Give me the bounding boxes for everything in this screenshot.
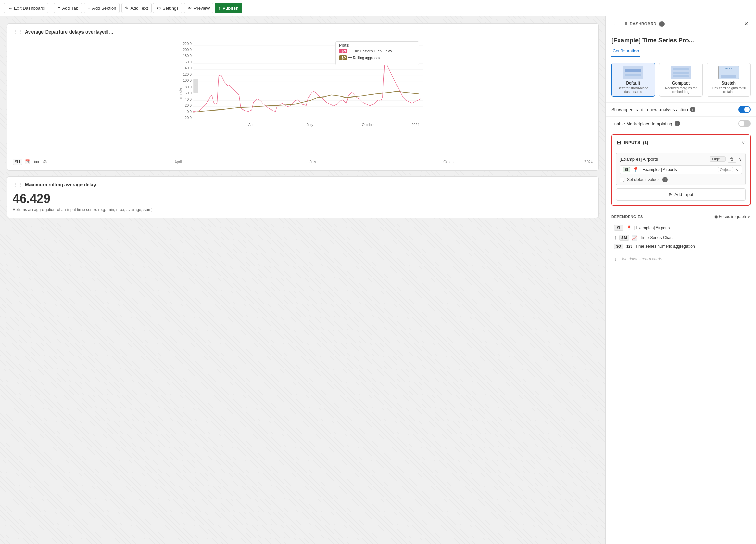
show-open-card-info[interactable]: i: [690, 107, 695, 112]
default-desc: Best for stand-alone dashboards: [614, 86, 652, 94]
layout-stretch[interactable]: FLEX Stretch Flex card heights to fill c…: [707, 63, 751, 97]
drag-handle-icon[interactable]: ⋮⋮: [13, 29, 22, 35]
location-icon: 📍: [633, 167, 639, 172]
chart-card-header: ⋮⋮ Average Departure delays overlayed ..…: [13, 29, 593, 35]
marketplace-row: Enable Marketplace templating i: [606, 116, 756, 130]
marketplace-info[interactable]: i: [675, 121, 680, 126]
arrow-left-icon: ←: [8, 5, 12, 11]
add-input-button[interactable]: ⊕ Add Input: [616, 188, 746, 201]
publish-button[interactable]: ↑ Publish: [215, 3, 242, 13]
back-nav-button[interactable]: ←: [611, 20, 621, 28]
delete-input-button[interactable]: 🗑: [728, 156, 736, 163]
svg-text:100.0: 100.0: [182, 78, 192, 82]
add-tab-button[interactable]: ≡ Add Tab: [54, 3, 82, 13]
exit-dashboard-button[interactable]: ← Exit Dashboard: [4, 3, 48, 13]
dep-icon-2: 123: [626, 244, 632, 248]
input-item-airports: [Examples] Airports Obje... 🗑 ∨ $I 📍 [Ex…: [616, 153, 746, 185]
set-default-info[interactable]: i: [662, 177, 668, 182]
add-section-button[interactable]: H Add Section: [84, 3, 120, 13]
inputs-title: ⊟ INPUTS (1): [617, 139, 648, 146]
svg-text:200.0: 200.0: [182, 48, 192, 52]
svg-text:‹: ‹: [195, 83, 197, 88]
svg-text:2024: 2024: [412, 122, 420, 127]
drag-handle-icon-2[interactable]: ⋮⋮: [13, 182, 22, 187]
dep-badge-0: $I: [614, 225, 623, 231]
set-default-row: Set default values i: [620, 177, 742, 182]
compact-desc: Reduced margins for embedding: [662, 86, 700, 94]
layout-compact[interactable]: Compact Reduced margins for embedding: [659, 63, 703, 97]
show-open-card-label: Show open card in new analysis action i: [611, 107, 695, 112]
calendar-icon: 📅: [25, 159, 30, 164]
gear-icon: ⚙: [157, 5, 161, 11]
svg-text:April: April: [248, 122, 255, 127]
footer-time: 📅 Time: [25, 159, 40, 164]
close-panel-button[interactable]: ✕: [742, 20, 751, 28]
svg-text:180.0: 180.0: [182, 54, 192, 58]
add-section-label: Add Section: [92, 5, 116, 11]
stretch-desc: Flex card heights to fill container: [710, 86, 747, 94]
x-axis-july: July: [310, 160, 316, 164]
inputs-section: ⊟ INPUTS (1) ∨ [Examples] Airports Obje.…: [611, 134, 751, 206]
svg-text:Plots: Plots: [339, 43, 349, 47]
inputs-collapse-button[interactable]: ∨: [742, 140, 745, 145]
layout-default[interactable]: Default Best for stand-alone dashboards: [611, 63, 655, 97]
marketplace-toggle-knob: [739, 121, 744, 126]
svg-text:20.0: 20.0: [185, 103, 192, 107]
sub-name: [Examples] Airports: [641, 167, 715, 172]
svg-text:July: July: [307, 122, 314, 127]
x-axis-april: April: [174, 160, 182, 164]
chart-footer: $H 📅 Time ⚙ April July October 2024: [13, 159, 593, 165]
monitor-icon: 🖥: [623, 22, 628, 26]
svg-text:$P: $P: [342, 56, 346, 60]
default-icon: [623, 66, 643, 79]
settings-button[interactable]: ⚙ Settings: [153, 3, 182, 13]
metric-value: 46.429: [13, 192, 593, 206]
add-text-button[interactable]: ✎ Add Text: [121, 3, 151, 13]
compact-icon: [671, 66, 691, 79]
svg-text:160.0: 160.0: [182, 60, 192, 64]
dep-name-1: Time Series Chart: [640, 235, 673, 240]
plus-circle-icon: ⊕: [668, 192, 672, 197]
metric-card: ⋮⋮ Maximum rolling average delay 46.429 …: [7, 176, 598, 218]
tab-configuration[interactable]: Configuration: [611, 46, 640, 57]
dep-badge-1: $M: [619, 235, 629, 241]
down-arrow-icon: ↓: [614, 256, 617, 262]
eye-icon: 👁: [188, 5, 192, 11]
dep-item-2: $Q 123 Time series numeric aggregation: [611, 242, 751, 251]
sub-expand-icon: ∨: [736, 167, 739, 172]
preview-button[interactable]: 👁 Preview: [184, 3, 213, 13]
exit-label: Exit Dashboard: [14, 5, 45, 11]
stretch-icon: FLEX: [718, 66, 739, 79]
right-panel: ← 🖥 DASHBOARD i ✕ [Example] Time Series …: [605, 16, 756, 544]
marketplace-toggle[interactable]: [738, 120, 751, 127]
show-open-card-toggle[interactable]: [738, 106, 751, 113]
svg-text:0.0: 0.0: [187, 109, 192, 114]
input-item-name: [Examples] Airports: [620, 157, 658, 162]
tab-row: Configuration: [606, 46, 756, 57]
svg-text:80.0: 80.0: [185, 85, 192, 89]
focus-graph-button[interactable]: ◉ Focus in graph ∨: [714, 214, 751, 219]
set-default-checkbox[interactable]: [620, 178, 624, 182]
inputs-body: [Examples] Airports Obje... 🗑 ∨ $I 📍 [Ex…: [612, 150, 750, 205]
svg-text:-20.0: -20.0: [184, 116, 192, 120]
left-panel: ⋮⋮ Average Departure delays overlayed ..…: [0, 16, 605, 544]
inputs-header: ⊟ INPUTS (1) ∨: [612, 135, 750, 150]
dep-arrow-up: ↑: [614, 235, 617, 241]
deps-title: DEPENDENCIES: [611, 215, 643, 219]
input-item-actions: Obje... 🗑 ∨: [710, 156, 742, 163]
dep-badge-2: $Q: [614, 244, 623, 249]
input-expand-button[interactable]: ∨: [739, 156, 742, 162]
publish-label: Publish: [223, 5, 239, 11]
toggle-knob: [744, 107, 750, 112]
add-tab-label: Add Tab: [62, 5, 78, 11]
svg-text:120.0: 120.0: [182, 72, 192, 76]
preview-label: Preview: [194, 5, 210, 11]
rp-header-left: ← 🖥 DASHBOARD i: [611, 20, 665, 28]
footer-gear[interactable]: ⚙: [43, 159, 47, 164]
svg-text:40.0: 40.0: [185, 97, 192, 101]
svg-text:60.0: 60.0: [185, 91, 192, 95]
sub-badge: $I: [623, 167, 630, 172]
metric-desc: Returns an aggregation of an input time …: [13, 207, 593, 212]
x-axis-2024: 2024: [584, 160, 593, 164]
info-icon[interactable]: i: [659, 21, 665, 27]
